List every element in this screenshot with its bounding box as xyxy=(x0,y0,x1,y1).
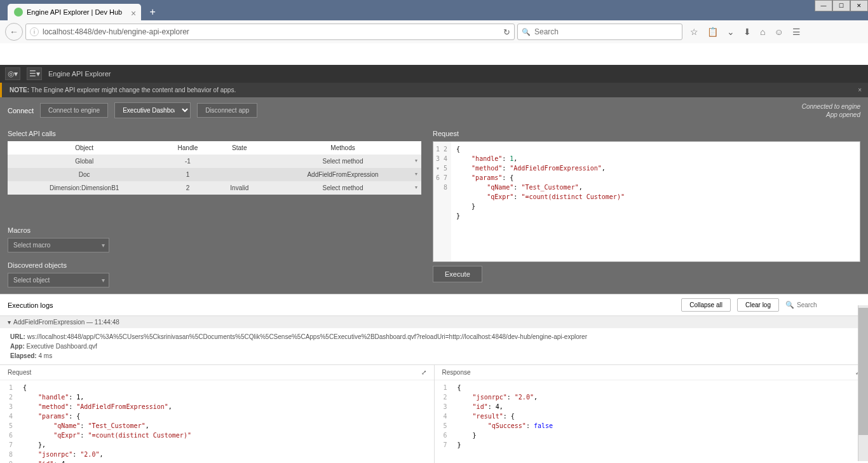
clipboard-icon[interactable]: 📋 xyxy=(707,27,718,37)
blank-area xyxy=(0,43,868,65)
browser-search[interactable]: 🔍 xyxy=(517,24,682,40)
scrollbar[interactable] xyxy=(858,305,868,461)
connect-engine-button[interactable]: Connect to engine xyxy=(40,103,108,118)
app-header: ◎▾ ☰▾ Engine API Explorer xyxy=(0,65,868,83)
app-select[interactable]: Executive Dashboard xyxy=(114,102,191,118)
connect-bar: Connect Connect to engine Executive Dash… xyxy=(0,97,868,123)
exec-header: Execution logs Collapse all Clear log 🔍 xyxy=(0,294,868,316)
tab-close-icon[interactable]: × xyxy=(131,8,136,18)
connection-status: Connected to engine App opened xyxy=(802,102,860,119)
close-window-button[interactable]: ✕ xyxy=(850,0,868,11)
collapse-all-button[interactable]: Collapse all xyxy=(681,298,731,312)
search-icon: 🔍 xyxy=(522,28,531,36)
warning-text: The Engine API explorer might change the… xyxy=(31,86,236,93)
new-tab-button[interactable]: + xyxy=(145,5,160,19)
method-select[interactable]: Select method xyxy=(264,155,421,168)
page-title: Engine API Explorer xyxy=(48,70,111,78)
log-request-body: { "handle": 1, "method": "AddFieldFromEx… xyxy=(18,380,196,463)
tab-title: Engine API Explorer | Dev Hub xyxy=(27,8,122,16)
col-state: State xyxy=(215,141,265,155)
disconnect-button[interactable]: Disconnect app xyxy=(197,103,257,118)
macros-label: Macros xyxy=(8,226,421,234)
maximize-button[interactable]: ☐ xyxy=(832,0,850,11)
method-select[interactable]: Select method xyxy=(264,181,421,195)
left-pane: Select API calls Object Handle State Met… xyxy=(0,123,429,294)
macro-select[interactable]: Select macro xyxy=(8,238,109,252)
exec-logs: Execution logs Collapse all Clear log 🔍 … xyxy=(0,294,868,463)
expand-icon[interactable]: ⤢ xyxy=(421,369,426,376)
app-menu-icon[interactable]: ◎▾ xyxy=(5,67,20,80)
discovered-label: Discovered objects xyxy=(8,261,421,269)
star-icon[interactable]: ☆ xyxy=(690,27,698,37)
col-object: Object xyxy=(8,141,161,155)
browser-search-input[interactable] xyxy=(534,27,678,36)
log-entry-header[interactable]: ▾ AddFieldFromExpression — 11:44:48 xyxy=(0,316,868,328)
favicon-icon xyxy=(14,8,23,17)
gutter: 1 2 3 4 5 6 7 8 9 10 xyxy=(0,380,18,463)
exec-label: Execution logs xyxy=(8,301,53,309)
url-bar[interactable]: i localhost:4848/dev-hub/engine-api-expl… xyxy=(25,24,515,40)
url-text: localhost:4848/dev-hub/engine-api-explor… xyxy=(43,27,189,36)
log-search-input[interactable] xyxy=(797,301,860,308)
warning-prefix: NOTE: xyxy=(10,86,29,93)
table-row[interactable]: Dimension:DimensionB1 2 Invalid Select m… xyxy=(8,181,421,195)
api-table: Object Handle State Methods Global -1 Se… xyxy=(8,141,421,195)
gutter: 1 2 3 4 5 6 7 xyxy=(435,380,452,452)
table-row[interactable]: Global -1 Select method xyxy=(8,155,421,168)
main-area: Select API calls Object Handle State Met… xyxy=(0,123,868,294)
clear-log-button[interactable]: Clear log xyxy=(737,298,779,312)
browser-chrome: — ☐ ✕ Engine API Explorer | Dev Hub × + … xyxy=(0,0,868,43)
nav-bar: ← i localhost:4848/dev-hub/engine-api-ex… xyxy=(0,20,868,43)
request-label: Request xyxy=(433,130,860,137)
reload-icon[interactable]: ↻ xyxy=(503,27,510,37)
execute-button[interactable]: Execute xyxy=(433,266,482,282)
api-calls-label: Select API calls xyxy=(8,130,421,137)
connect-label: Connect xyxy=(8,107,34,114)
method-select[interactable]: AddFieldFromExpression xyxy=(264,168,421,181)
pocket-icon[interactable]: ⌄ xyxy=(727,27,735,37)
log-panes: Request ⤢ 1 2 3 4 5 6 7 8 9 10 { "handle… xyxy=(0,364,868,463)
request-editor[interactable]: 1 2 3 4 ▾ 5 6 7 8 { "handle": 1, "method… xyxy=(433,141,860,262)
browser-tab[interactable]: Engine API Explorer | Dev Hub × xyxy=(8,4,141,20)
right-pane: Request 1 2 3 4 ▾ 5 6 7 8 { "handle": 1,… xyxy=(429,123,868,294)
request-log-pane: Request ⤢ 1 2 3 4 5 6 7 8 9 10 { "handle… xyxy=(0,365,434,463)
discovered-select[interactable]: Select object xyxy=(8,273,109,287)
menu-icon[interactable]: ☰ xyxy=(792,27,801,37)
gutter: 1 2 3 4 ▾ 5 6 7 8 xyxy=(433,142,451,261)
list-icon[interactable]: ☰▾ xyxy=(27,67,42,80)
log-entry-title: AddFieldFromExpression — 11:44:48 xyxy=(13,319,119,326)
warning-bar: NOTE: The Engine API explorer might chan… xyxy=(0,83,868,97)
back-button[interactable]: ← xyxy=(5,23,23,41)
request-code[interactable]: { "handle": 1, "method": "AddFieldFromEx… xyxy=(451,142,630,261)
tab-bar: Engine API Explorer | Dev Hub × + xyxy=(0,0,868,20)
log-search[interactable]: 🔍 xyxy=(785,301,860,309)
response-log-pane: Response ⤢ 1 2 3 4 5 6 7 { "jsonrpc": "2… xyxy=(434,365,869,463)
download-icon[interactable]: ⬇ xyxy=(743,27,751,37)
close-icon[interactable]: × xyxy=(858,86,862,93)
search-icon: 🔍 xyxy=(785,301,794,309)
home-icon[interactable]: ⌂ xyxy=(760,27,765,37)
col-handle: Handle xyxy=(161,141,214,155)
log-meta: URL: ws://localhost:4848/app/C%3A%5CUser… xyxy=(0,328,868,364)
minimize-button[interactable]: — xyxy=(815,0,832,11)
log-resp-label: Response xyxy=(442,369,471,376)
window-controls: — ☐ ✕ xyxy=(815,0,868,11)
toolbar-icons: ☆ 📋 ⌄ ⬇ ⌂ ☺ ☰ xyxy=(690,27,801,37)
table-row[interactable]: Doc 1 AddFieldFromExpression xyxy=(8,168,421,181)
info-icon[interactable]: i xyxy=(30,27,39,36)
chat-icon[interactable]: ☺ xyxy=(774,27,783,37)
log-response-body: { "jsonrpc": "2.0", "id": 4, "result": {… xyxy=(452,380,559,452)
chevron-down-icon: ▾ xyxy=(8,319,11,326)
log-req-label: Request xyxy=(8,369,31,376)
col-methods: Methods xyxy=(264,141,421,155)
